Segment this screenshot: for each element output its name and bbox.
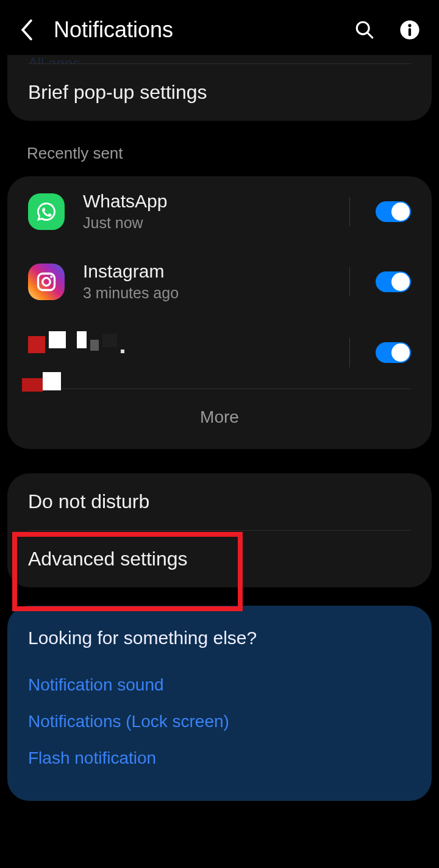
page-title: Notifications [54,17,335,43]
instagram-icon [28,264,65,300]
toggle-instagram[interactable] [376,271,411,292]
svg-point-6 [43,278,51,285]
suggestions-title: Looking for something else? [28,628,411,648]
link-notification-sound[interactable]: Notification sound [28,667,411,703]
app-timestamp: Just now [83,214,331,232]
recent-apps-card: WhatsApp Just now Instagram 3 minutes ag… [7,176,432,449]
link-lock-screen[interactable]: Notifications (Lock screen) [28,703,411,740]
app-timestamp: 3 minutes ago [83,284,331,302]
svg-point-7 [50,275,52,278]
dnd-label: Do not disturb [28,490,149,513]
app-row-instagram[interactable]: Instagram 3 minutes ago [7,246,432,317]
whatsapp-icon [28,193,65,230]
separator [349,338,350,367]
svg-rect-4 [409,28,411,36]
brief-settings-card: All apps Brief pop-up settings [7,55,432,121]
do-not-disturb-row[interactable]: Do not disturb [7,473,432,530]
advanced-settings-row[interactable]: Advanced settings [7,531,432,587]
info-icon[interactable] [399,19,421,41]
app-row-redacted[interactable] [7,317,432,389]
all-apps-link[interactable]: All apps [7,55,432,63]
separator [349,197,350,226]
app-row-whatsapp[interactable]: WhatsApp Just now [7,176,432,246]
svg-point-3 [408,24,411,27]
recently-sent-label: Recently sent [0,135,439,176]
svg-line-1 [367,32,373,38]
brief-popup-label: Brief pop-up settings [28,81,207,104]
toggle-redacted[interactable] [376,342,411,363]
advanced-label: Advanced settings [28,548,188,570]
link-flash[interactable]: Flash notification [28,740,411,777]
search-icon[interactable] [354,19,376,41]
app-info: Instagram 3 minutes ago [83,261,331,302]
back-icon[interactable] [18,21,35,38]
app-name: WhatsApp [83,191,331,212]
more-button[interactable]: More [7,389,432,449]
app-info [83,351,331,354]
app-name: Instagram [83,261,331,282]
suggestions-card: Looking for something else? Notification… [7,606,432,801]
brief-popup-row[interactable]: Brief pop-up settings [7,64,432,121]
app-info: WhatsApp Just now [83,191,331,232]
toggle-whatsapp[interactable] [376,201,411,222]
settings-card: Do not disturb Advanced settings [7,473,432,587]
separator [349,267,350,296]
app-header: Notifications [0,0,439,55]
